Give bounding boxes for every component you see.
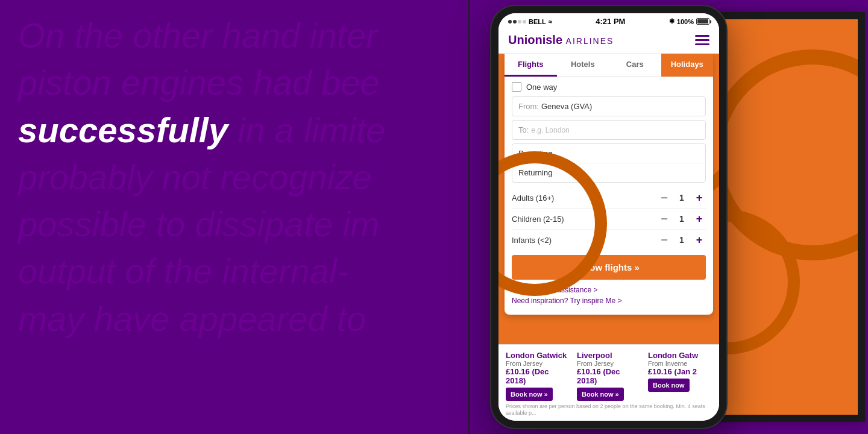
children-row: Children (2-15) − 1 +: [512, 209, 706, 230]
deal-1-price: £10.16 (Dec 2018): [506, 367, 570, 385]
children-minus-button[interactable]: −: [658, 212, 671, 225]
tab-cars[interactable]: Cars: [609, 54, 661, 77]
tab-flights[interactable]: Flights: [505, 54, 557, 77]
phone: BELL ≈ 4:21 PM ✱ 100% Unionisle AIRLINES: [491, 6, 726, 428]
deal-1-origin: From Jersey: [506, 360, 570, 367]
links-section: About special assistance > Need inspirat…: [512, 285, 706, 310]
deal-2-destination: Liverpool: [577, 351, 641, 360]
deal-card-3: London Gatw From Inverne £10.16 (Jan 2 B…: [648, 351, 712, 401]
children-counter: − 1 +: [658, 212, 706, 225]
adults-minus-button[interactable]: −: [658, 191, 671, 204]
special-assistance-link[interactable]: About special assistance >: [512, 286, 706, 294]
signal-dots: [508, 20, 526, 24]
from-label: From:: [518, 102, 539, 111]
status-battery: ✱ 100%: [669, 17, 709, 25]
deal-2-price: £10.16 (Dec 2018): [577, 367, 641, 385]
search-card: Flights Hotels Cars Holidays One way: [505, 54, 713, 315]
logo: Unionisle AIRLINES: [508, 33, 614, 47]
date-group: Departing Returning: [512, 143, 706, 183]
deal-2-origin: From Jersey: [577, 360, 641, 367]
infants-plus-button[interactable]: +: [693, 233, 706, 247]
battery-percent: 100%: [677, 18, 694, 25]
deal-3-price: £10.16 (Jan 2: [648, 367, 712, 376]
status-bar: BELL ≈ 4:21 PM ✱ 100%: [498, 13, 719, 28]
departing-field[interactable]: Departing: [512, 144, 705, 163]
bluetooth-icon: ✱: [669, 17, 675, 25]
status-signal: BELL ≈: [508, 18, 552, 25]
search-form: One way From: Geneva (GVA) To: e.g. Lond…: [505, 77, 713, 315]
one-way-checkbox[interactable]: [512, 82, 521, 92]
infants-row: Infants (<2) − 1 +: [512, 230, 706, 250]
tab-hotels[interactable]: Hotels: [557, 54, 609, 77]
orange-background: Flights Hotels Cars Holidays One way: [498, 54, 719, 344]
carrier-label: BELL: [529, 18, 546, 25]
returning-field[interactable]: Returning: [512, 163, 705, 182]
logo-bold: Unionisle: [508, 33, 562, 46]
infants-count: 1: [677, 235, 687, 245]
deal-2-book-button[interactable]: Book now »: [577, 388, 624, 401]
deals-row: London Gatwick From Jersey £10.16 (Dec 2…: [506, 351, 712, 401]
deals-strip: London Gatwick From Jersey £10.16 (Dec 2…: [498, 344, 719, 421]
phone-container: BELL ≈ 4:21 PM ✱ 100% Unionisle AIRLINES: [470, 0, 747, 434]
adults-label: Adults (16+): [512, 193, 658, 203]
tab-bar: Flights Hotels Cars Holidays: [505, 54, 713, 77]
one-way-label: One way: [526, 83, 557, 92]
from-field[interactable]: From: Geneva (GVA): [512, 96, 706, 116]
children-plus-button[interactable]: +: [693, 212, 706, 225]
adults-row: Adults (16+) − 1 +: [512, 187, 706, 209]
infants-counter: − 1 +: [658, 233, 706, 247]
from-value: Geneva (GVA): [541, 102, 592, 111]
to-field[interactable]: To: e.g. London: [512, 120, 706, 140]
deal-card-2: Liverpool From Jersey £10.16 (Dec 2018) …: [577, 351, 641, 401]
to-placeholder: e.g. London: [531, 126, 569, 134]
adults-counter: − 1 +: [658, 191, 706, 204]
deal-1-book-button[interactable]: Book now »: [506, 388, 553, 401]
infants-label: Infants (<2): [512, 236, 658, 245]
wifi-icon: ≈: [549, 18, 552, 25]
children-count: 1: [677, 214, 687, 224]
deal-card-1: London Gatwick From Jersey £10.16 (Dec 2…: [506, 351, 570, 401]
to-label: To:: [518, 125, 529, 134]
deal-3-book-button[interactable]: Book now: [648, 379, 690, 392]
tab-holidays[interactable]: Holidays: [661, 54, 714, 77]
adults-count: 1: [677, 193, 687, 203]
infants-minus-button[interactable]: −: [658, 233, 671, 247]
status-time: 4:21 PM: [596, 17, 625, 26]
logo-airlines: AIRLINES: [566, 36, 614, 46]
show-flights-button[interactable]: Show flights »: [512, 255, 706, 280]
deal-3-origin: From Inverne: [648, 360, 712, 367]
children-label: Children (2-15): [512, 215, 658, 224]
deal-3-destination: London Gatw: [648, 351, 712, 360]
battery-icon: [696, 18, 709, 25]
disclaimer-text: Prices shown are per person based on 2 p…: [506, 403, 712, 417]
one-way-row: One way: [512, 82, 706, 92]
app-header: Unionisle AIRLINES: [498, 28, 719, 54]
menu-button[interactable]: [695, 35, 709, 45]
phone-screen: BELL ≈ 4:21 PM ✱ 100% Unionisle AIRLINES: [498, 13, 719, 421]
adults-plus-button[interactable]: +: [693, 191, 706, 204]
passengers-section: Adults (16+) − 1 + Children (2-15): [512, 187, 706, 250]
inspire-me-link[interactable]: Need inspiration? Try inspire Me >: [512, 297, 706, 305]
deal-1-destination: London Gatwick: [506, 351, 570, 360]
